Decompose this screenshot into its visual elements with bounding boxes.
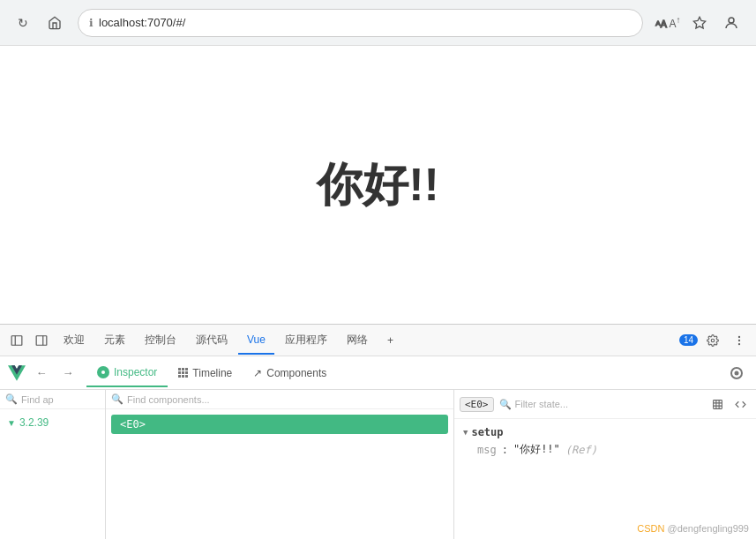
devtools-more-btn[interactable] <box>728 329 751 352</box>
vue-sub-tabs: Inspector Timeline ↗ Components <box>86 359 337 387</box>
tree-version-row: ▼ 3.2.39 <box>0 413 105 432</box>
selected-component-tag: <E0> <box>460 397 494 412</box>
profile-button[interactable] <box>717 9 745 37</box>
browser-chrome: ↻ ℹ localhost:7070/#/ AA A↑ <box>0 0 756 46</box>
tab-sidebar-left[interactable] <box>5 326 28 355</box>
svg-rect-4 <box>11 335 22 345</box>
address-bar[interactable]: ℹ localhost:7070/#/ <box>78 9 643 37</box>
tab-sources[interactable]: 源代码 <box>187 326 236 355</box>
target-icon <box>730 367 743 379</box>
svg-point-12 <box>101 371 105 374</box>
console-badge: 14 <box>679 334 698 346</box>
group-triangle-icon: ▼ <box>463 428 468 437</box>
page-heading: 你好!! <box>317 154 439 216</box>
devtools-settings-btn[interactable] <box>701 329 724 352</box>
toggle-code-btn[interactable] <box>730 393 751 415</box>
browser-controls: ↻ <box>11 11 67 35</box>
svg-point-10 <box>738 340 739 341</box>
svg-point-9 <box>738 336 739 337</box>
vue-forward-btn[interactable]: → <box>56 362 79 385</box>
middle-search[interactable]: 🔍 Find components... <box>106 390 453 409</box>
filter-placeholder: Filter state... <box>515 399 569 409</box>
vue-logo <box>7 363 26 383</box>
middle-search-placeholder: Find components... <box>127 394 210 405</box>
info-icon: ℹ <box>89 17 94 29</box>
state-colon: : <box>502 444 508 456</box>
vue-target-btn[interactable] <box>724 361 749 386</box>
panel-right: <E0> 🔍 Filter state... ▼ setup <box>454 390 756 539</box>
svg-point-3 <box>729 18 734 23</box>
devtools-tab-bar: 欢迎 元素 控制台 源代码 Vue 应用程序 网络 + 14 <box>0 325 756 356</box>
svg-point-11 <box>738 343 739 344</box>
tab-elements[interactable]: 元素 <box>95 326 134 355</box>
left-search[interactable]: 🔍 Find ap <box>0 390 105 409</box>
state-group-name: setup <box>471 426 503 438</box>
vue-back-btn[interactable]: ← <box>30 362 53 385</box>
state-value: "你好!!" <box>513 442 560 457</box>
star-button[interactable] <box>685 9 714 37</box>
tab-console[interactable]: 控制台 <box>136 326 185 355</box>
tree-arrow-icon: ▼ <box>7 418 16 428</box>
svg-rect-6 <box>36 335 47 345</box>
inspector-dot-icon <box>97 366 109 378</box>
component-item-e0[interactable]: <E0> <box>111 415 448 434</box>
devtools: 欢迎 元素 控制台 源代码 Vue 应用程序 网络 + 14 <box>0 324 756 539</box>
search-icon-middle: 🔍 <box>111 393 124 405</box>
url-text: localhost:7070/#/ <box>99 16 185 29</box>
timeline-grid-icon <box>178 368 188 378</box>
devtools-right-actions: 14 <box>679 329 751 352</box>
vue-devtools-bar: ← → Inspector <box>0 356 756 390</box>
watermark-text: @dengfengling999 <box>667 523 749 534</box>
state-group-header: ▼ setup <box>463 426 747 438</box>
svg-marker-2 <box>693 17 705 28</box>
devtools-panels: 🔍 Find ap ▼ 3.2.39 🔍 Find components... … <box>0 390 756 539</box>
tab-network[interactable]: 网络 <box>338 326 377 355</box>
component-list: <E0> <box>106 409 453 539</box>
filter-search[interactable]: 🔍 Filter state... <box>499 399 569 410</box>
svg-point-8 <box>711 339 715 342</box>
search-icon-left: 🔍 <box>5 393 18 405</box>
main-content: 你好!! <box>0 46 756 324</box>
vue-actions-right <box>724 361 749 386</box>
tab-welcome[interactable]: 欢迎 <box>55 326 94 355</box>
state-key: msg <box>477 444 497 456</box>
vue-subtab-inspector[interactable]: Inspector <box>86 359 168 387</box>
watermark-highlight: CSDN <box>637 523 667 534</box>
panel-left: 🔍 Find ap ▼ 3.2.39 <box>0 390 106 539</box>
home-button[interactable] <box>42 11 67 35</box>
state-row-msg: msg : "你好!!" (Ref) <box>463 442 747 457</box>
search-icon-filter: 🔍 <box>499 399 512 410</box>
state-panel: ▼ setup msg : "你好!!" (Ref) <box>454 419 756 466</box>
tab-more[interactable]: + <box>378 326 402 355</box>
component-tree: ▼ 3.2.39 <box>0 409 105 539</box>
reload-button[interactable]: ↻ <box>11 11 35 35</box>
tab-application[interactable]: 应用程序 <box>276 326 336 355</box>
right-panel-header: <E0> 🔍 Filter state... <box>454 390 756 419</box>
vue-subtab-components[interactable]: ↗ Components <box>243 359 337 387</box>
watermark: CSDN @dengfengling999 <box>637 523 749 534</box>
left-search-placeholder: Find ap <box>21 394 54 405</box>
browser-actions: AA A↑ <box>654 9 745 37</box>
panel-middle: 🔍 Find components... <E0> <box>106 390 454 539</box>
panel-right-actions <box>707 393 751 415</box>
svg-rect-13 <box>713 400 722 408</box>
text-size-button[interactable]: AA A↑ <box>654 9 682 37</box>
vue-subtab-timeline[interactable]: Timeline <box>168 359 243 387</box>
tab-vue[interactable]: Vue <box>238 326 274 355</box>
state-type: (Ref) <box>565 444 597 456</box>
components-cursor-icon: ↗ <box>253 367 262 379</box>
toggle-screenshot-btn[interactable] <box>707 393 728 415</box>
tab-inspect[interactable] <box>30 326 53 355</box>
vue-version-label: 3.2.39 <box>19 416 49 429</box>
svg-text:A: A <box>661 19 668 29</box>
